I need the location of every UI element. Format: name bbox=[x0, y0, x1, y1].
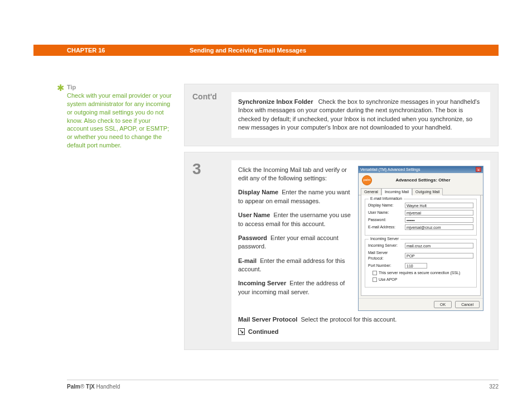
tip-sidebar: ✱ Tip Check with your email provider or … bbox=[67, 84, 173, 350]
ok-button[interactable]: OK bbox=[434, 301, 452, 309]
email-input[interactable]: mjversal@cruz.com bbox=[405, 224, 473, 230]
protocol-bold: Mail Server Protocol bbox=[238, 316, 297, 323]
dialog-body: E-mail Information Display Name: Wayne H… bbox=[361, 195, 481, 295]
footer-brand: Palm bbox=[67, 384, 80, 390]
ssl-checkbox[interactable] bbox=[373, 271, 377, 275]
apop-checkbox[interactable] bbox=[373, 277, 377, 282]
content-area: ✱ Tip Check with your email provider or … bbox=[67, 84, 499, 350]
dialog-brand-row: palm Advanced Settings: Other bbox=[359, 173, 483, 188]
tab-incoming-mail[interactable]: Incoming Mail bbox=[381, 188, 412, 196]
user-name-input[interactable]: mjversal bbox=[405, 210, 473, 215]
incoming-server-input[interactable]: mail.cruz.com bbox=[405, 243, 473, 248]
tab-general[interactable]: General bbox=[361, 188, 381, 196]
password-input[interactable]: •••••• bbox=[405, 217, 473, 223]
incoming-server-label: Incoming Server: bbox=[368, 243, 403, 248]
chapter-title: Sending and Receiving Email Messages bbox=[190, 47, 306, 54]
step-3-body: Click the Incoming Mail tab and verify o… bbox=[231, 160, 490, 342]
step-3-text: Click the Incoming Mail tab and verify o… bbox=[238, 166, 351, 312]
page-number: 322 bbox=[489, 384, 499, 390]
port-input[interactable]: 110 bbox=[405, 263, 427, 269]
tip-block: ✱ Tip Check with your email provider or … bbox=[67, 84, 173, 150]
user-name-label: User Name: bbox=[368, 210, 403, 215]
dialog-title: VersaMail (TM) Advanced Settings bbox=[360, 167, 420, 173]
dialog-button-row: OK Cancel bbox=[359, 298, 483, 311]
tip-heading: Tip bbox=[67, 84, 173, 90]
incoming-server-legend: Incoming Server bbox=[369, 236, 400, 242]
dialog-titlebar: VersaMail (TM) Advanced Settings × bbox=[359, 166, 483, 173]
incoming-server-group: Incoming Server Incoming Server: mail.cr… bbox=[365, 239, 477, 287]
step-contd-label: Cont'd bbox=[192, 92, 217, 101]
port-label: Port Number: bbox=[368, 263, 403, 269]
cancel-button[interactable]: Cancel bbox=[455, 301, 480, 309]
protocol-text: Select the protocol for this account. bbox=[301, 316, 397, 323]
footer-product: Palm® T|X Handheld bbox=[67, 384, 120, 390]
asterisk-icon: ✱ bbox=[57, 83, 64, 93]
display-name-bold: Display Name bbox=[238, 189, 278, 195]
tab-outgoing-mail[interactable]: Outgoing Mail bbox=[412, 188, 443, 196]
sync-inbox-bold: Synchronize Inbox Folder bbox=[238, 98, 313, 105]
apop-label: Use APOP bbox=[379, 277, 397, 282]
step-number: 3 bbox=[192, 160, 201, 178]
email-label: E-mail Address: bbox=[368, 224, 403, 230]
footer-rest: Handheld bbox=[95, 384, 120, 390]
step-num-cell: 3 bbox=[192, 160, 223, 342]
close-icon[interactable]: × bbox=[476, 167, 481, 172]
email-bold: E-mail bbox=[238, 257, 257, 264]
incoming-bold: Incoming Server bbox=[238, 280, 286, 286]
display-name-input[interactable]: Wayne Holt bbox=[405, 203, 473, 208]
email-info-legend: E-mail Information bbox=[369, 196, 404, 202]
tip-body: Check with your email provider or your s… bbox=[67, 92, 173, 150]
chapter-header: CHAPTER 16 Sending and Receiving Email M… bbox=[33, 45, 499, 56]
page-footer: Palm® T|X Handheld 322 bbox=[67, 380, 499, 390]
footer-model: T|X bbox=[84, 384, 94, 390]
step-label-cell: Cont'd bbox=[192, 92, 223, 138]
continued-row: ↘ Continued bbox=[238, 328, 483, 336]
continued-arrow-icon: ↘ bbox=[238, 328, 245, 335]
password-label: Password: bbox=[368, 217, 403, 223]
password-bold: Password bbox=[238, 234, 267, 241]
step-contd-box: Cont'd Synchronize Inbox Folder Check th… bbox=[184, 84, 499, 146]
page: CHAPTER 16 Sending and Receiving Email M… bbox=[0, 0, 532, 412]
chapter-number: CHAPTER 16 bbox=[67, 47, 190, 54]
email-info-group: E-mail Information Display Name: Wayne H… bbox=[365, 199, 477, 236]
advanced-settings-dialog: VersaMail (TM) Advanced Settings × palm … bbox=[358, 166, 483, 312]
step-3-intro: Click the Incoming Mail tab and verify o… bbox=[238, 166, 351, 183]
display-name-label: Display Name: bbox=[368, 203, 403, 208]
protocol-label: Mail Server Protocol: bbox=[368, 250, 403, 261]
user-name-bold: User Name bbox=[238, 212, 270, 218]
ssl-label: This server requires a secure connection… bbox=[379, 270, 460, 276]
continued-label: Continued bbox=[248, 328, 278, 336]
step-contd-body: Synchronize Inbox Folder Check the box t… bbox=[231, 92, 490, 138]
step-3-box: 3 Click the Incoming Mail tab and verify… bbox=[184, 152, 499, 351]
dialog-heading: Advanced Settings: Other bbox=[376, 177, 480, 183]
dialog-tabs: General Incoming Mail Outgoing Mail bbox=[359, 188, 483, 196]
main-column: Cont'd Synchronize Inbox Folder Check th… bbox=[184, 84, 499, 350]
protocol-input[interactable]: POP bbox=[405, 253, 473, 258]
palm-logo-icon: palm bbox=[362, 175, 372, 185]
